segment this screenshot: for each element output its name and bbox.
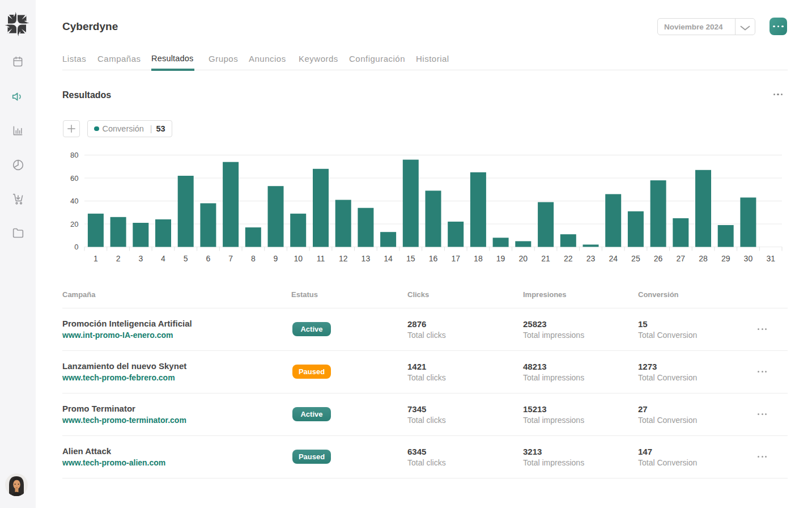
svg-text:19: 19: [496, 254, 505, 263]
svg-text:4: 4: [161, 254, 165, 263]
svg-text:11: 11: [317, 254, 325, 263]
svg-text:10: 10: [294, 254, 303, 263]
svg-text:23: 23: [586, 254, 596, 263]
svg-text:21: 21: [541, 254, 550, 263]
svg-text:1: 1: [93, 254, 98, 263]
svg-text:18: 18: [474, 254, 483, 263]
svg-text:40: 40: [70, 197, 78, 205]
svg-text:7: 7: [228, 254, 233, 263]
svg-text:9: 9: [274, 254, 278, 263]
svg-text:6: 6: [206, 254, 211, 263]
svg-text:26: 26: [654, 254, 663, 263]
svg-text:80: 80: [70, 151, 78, 159]
svg-text:20: 20: [70, 220, 78, 228]
svg-text:31: 31: [766, 254, 775, 263]
svg-text:16: 16: [429, 254, 438, 263]
svg-text:28: 28: [699, 254, 708, 263]
svg-text:14: 14: [384, 254, 393, 263]
svg-text:20: 20: [519, 254, 528, 263]
svg-text:60: 60: [70, 174, 78, 183]
svg-text:3: 3: [138, 254, 143, 263]
svg-text:5: 5: [184, 254, 188, 263]
svg-text:24: 24: [609, 254, 618, 263]
svg-text:2: 2: [116, 254, 121, 263]
svg-text:27: 27: [677, 254, 686, 263]
svg-text:15: 15: [406, 254, 415, 263]
svg-text:0: 0: [74, 243, 78, 251]
svg-text:30: 30: [744, 254, 753, 263]
svg-text:17: 17: [451, 254, 460, 263]
svg-text:29: 29: [721, 254, 730, 263]
svg-text:8: 8: [251, 254, 256, 263]
svg-text:13: 13: [362, 254, 371, 263]
svg-text:22: 22: [564, 254, 573, 263]
svg-text:12: 12: [339, 254, 348, 263]
svg-text:25: 25: [631, 254, 640, 263]
